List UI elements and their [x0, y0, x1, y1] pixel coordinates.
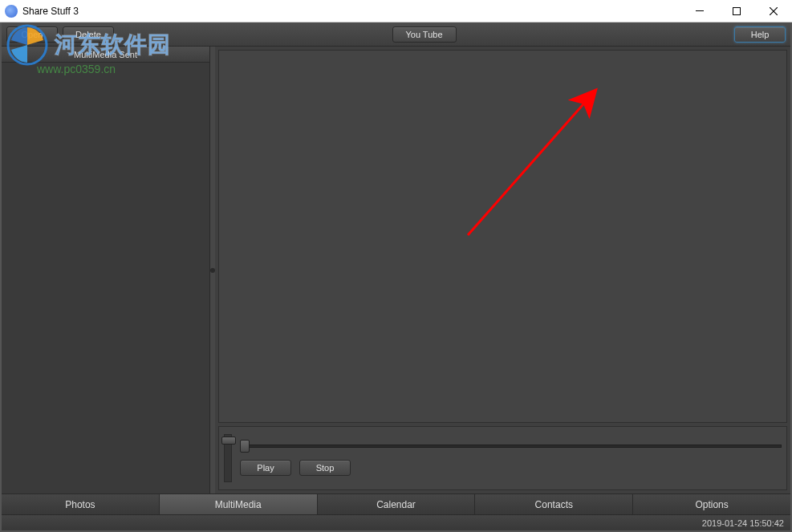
youtube-button[interactable]: You Tube [392, 26, 457, 43]
stop-button[interactable]: Stop [299, 460, 351, 476]
preview-area [218, 50, 787, 423]
sidebar: MultiMedia Sent [2, 47, 210, 493]
svg-line-2 [468, 99, 588, 235]
splitter-handle[interactable] [210, 47, 215, 493]
svg-rect-0 [696, 10, 704, 11]
tab-photos[interactable]: Photos [2, 494, 160, 514]
status-timestamp: 2019-01-24 15:50:42 [702, 518, 784, 528]
annotation-arrow-icon [452, 83, 604, 243]
window-title: Share Stuff 3 [22, 6, 79, 17]
app-icon [5, 5, 18, 18]
bottom-tabs: PhotosMultiMediaCalendarContactsOptions [2, 493, 790, 514]
tab-multimedia[interactable]: MultiMedia [160, 494, 318, 514]
tab-contacts[interactable]: Contacts [475, 494, 633, 514]
volume-slider[interactable] [224, 434, 232, 482]
svg-rect-1 [733, 7, 741, 14]
player-controls: Play Stop [218, 426, 787, 490]
open-button[interactable]: Open [6, 26, 58, 43]
seek-slider[interactable] [240, 441, 782, 452]
window-titlebar: Share Stuff 3 [0, 0, 792, 22]
window-close-button[interactable] [755, 0, 792, 22]
play-button[interactable]: Play [240, 460, 291, 476]
help-button[interactable]: Help [734, 26, 786, 43]
window-minimize-button[interactable] [681, 0, 718, 22]
delete-button[interactable]: Delete [63, 26, 114, 43]
sidebar-list[interactable] [2, 63, 209, 493]
seek-thumb[interactable] [240, 440, 250, 453]
top-toolbar: Open Delete You Tube Help [2, 22, 790, 47]
sidebar-header: MultiMedia Sent [2, 47, 209, 63]
tab-calendar[interactable]: Calendar [318, 494, 476, 514]
tab-options[interactable]: Options [633, 494, 790, 514]
window-maximize-button[interactable] [718, 0, 755, 22]
volume-thumb[interactable] [221, 437, 236, 445]
status-bar: 2019-01-24 15:50:42 [2, 514, 790, 530]
